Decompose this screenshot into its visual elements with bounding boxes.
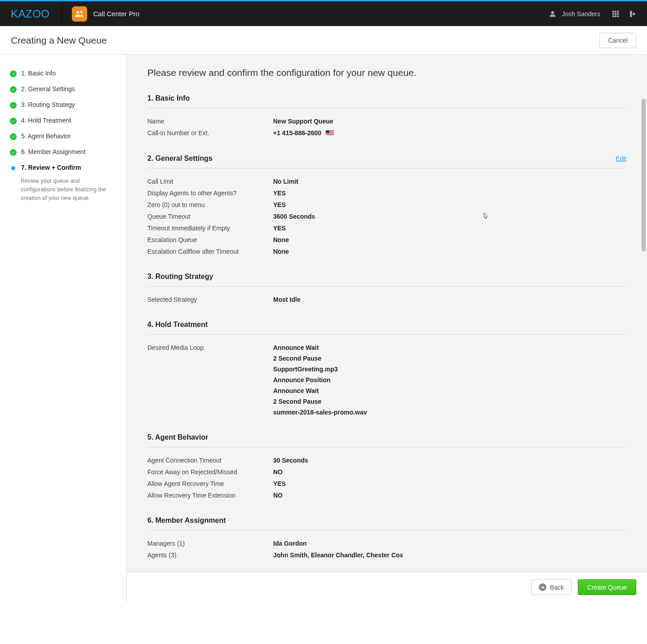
section-title: 5. Agent Behavior: [147, 433, 208, 441]
people-icon: [75, 9, 84, 19]
brand-logo[interactable]: KAZOO: [11, 8, 50, 20]
section-body-routing-strategy: Selected StrategyMost Idle: [147, 287, 626, 316]
step-label: 7. Review + Confirm: [21, 164, 81, 171]
section-title: 1. Basic Info: [147, 94, 190, 102]
kv-value: None: [273, 248, 289, 255]
kv-label: Queue Timeout: [147, 213, 273, 220]
kv-label: Desired Media Loop: [147, 344, 273, 351]
scrollbar-thumb[interactable]: [642, 99, 646, 251]
section-body-general-settings: Call LimitNo LimitDisplay Agents to othe…: [147, 168, 626, 268]
svg-rect-2: [617, 11, 619, 12]
svg-rect-14: [326, 134, 334, 135]
media-loop-item: Announce Wait: [273, 387, 367, 394]
kv-row: Selected StrategyMost Idle: [147, 294, 626, 305]
section-title: 4. Hold Treatment: [147, 321, 208, 329]
kv-value: YES: [273, 201, 286, 208]
step-label: 5. Agent Behavior: [21, 132, 71, 140]
check-circle-icon: [10, 71, 17, 77]
kv-row: Allow Recovery Time ExtensionNO: [147, 490, 626, 501]
kv-value: NO: [273, 492, 283, 499]
svg-rect-5: [617, 13, 619, 14]
check-circle-icon: [10, 118, 17, 124]
svg-rect-1: [615, 11, 616, 12]
app-icon[interactable]: [72, 6, 87, 22]
kv-row: Allow Agent Recovery TimeYES: [147, 478, 626, 490]
kv-label: Call Limit: [147, 178, 273, 185]
step-label: 4. Hold Treatment: [21, 117, 71, 124]
app-name: Call Center Pro: [93, 10, 140, 18]
sidebar-step[interactable]: 2. General Settings: [10, 81, 119, 97]
section-title: 6. Member Assignment: [147, 516, 226, 525]
check-circle-icon: [10, 149, 17, 156]
user-icon: [548, 9, 557, 18]
kv-value: None: [273, 236, 289, 243]
sidebar-step[interactable]: 6. Member Assignment: [10, 144, 119, 160]
kv-row: Agent Connection Timeout30 Seconds: [147, 454, 626, 466]
kv-value: Ida Gordon: [273, 540, 307, 547]
sidebar-step[interactable]: 5. Agent Behavior: [10, 128, 119, 144]
kv-value: No Limit: [273, 178, 298, 185]
app-header: KAZOO Call Center Pro Josh Sanders: [0, 1, 647, 26]
kv-row: Timeout Immediately if EmptyYES: [147, 222, 626, 234]
check-circle-icon: [10, 133, 17, 140]
media-loop-list: Announce Wait2 Second PauseSupportGreeti…: [273, 344, 367, 416]
kv-row: Escalation Callflow after TimeoutNone: [147, 246, 626, 257]
user-menu[interactable]: Josh Sanders: [548, 9, 600, 18]
kv-label: Allow Agent Recovery Time: [147, 480, 273, 487]
back-button[interactable]: Back: [531, 579, 572, 595]
kv-value: 30 Seconds: [273, 457, 308, 464]
kv-label: Selected Strategy: [147, 296, 273, 303]
svg-rect-3: [612, 13, 614, 14]
kv-label: Timeout Immediately if Empty: [147, 225, 273, 232]
sidebar-step[interactable]: 4. Hold Treatment: [10, 113, 119, 128]
kv-label: Force Away on Rejected/Missed: [147, 468, 273, 476]
kv-row: Agents (3)John Smith, Eleanor Chandler, …: [147, 549, 626, 561]
steps-sidebar: 1. Basic Info2. General Settings3. Routi…: [0, 55, 127, 602]
kv-value: YES: [273, 480, 286, 487]
kv-value: Most Idle: [273, 296, 301, 303]
kv-label: Name: [147, 118, 273, 125]
main-content: Please review and confirm the configurat…: [127, 55, 647, 602]
svg-rect-6: [612, 15, 614, 17]
page-title: Creating a New Queue: [11, 35, 107, 46]
media-loop-item: summer-2018-sales-promo.wav: [273, 409, 367, 416]
kv-row: Display Agents to other Agents?YES: [147, 187, 626, 199]
check-circle-icon: [10, 102, 17, 109]
section-body-hold-treatment: Desired Media Loop Announce Wait2 Second…: [147, 335, 626, 429]
svg-rect-13: [326, 133, 334, 134]
current-step-dot-icon: [11, 166, 15, 170]
kv-value: 3600 Seconds: [273, 213, 315, 220]
media-loop-item: Announce Position: [273, 376, 367, 384]
kv-value: New Support Queue: [273, 118, 333, 125]
edit-link-general-settings[interactable]: Edit: [616, 155, 626, 162]
svg-rect-4: [615, 13, 616, 14]
header-divider: [62, 1, 62, 26]
sidebar-step[interactable]: 7. Review + Confirm: [10, 160, 119, 175]
media-loop-item: Announce Wait: [273, 344, 367, 351]
kv-label: Zero (0) out to menu: [147, 201, 273, 208]
user-name: Josh Sanders: [562, 10, 600, 18]
kv-row: Managers (1)Ida Gordon: [147, 538, 626, 549]
kv-row: Zero (0) out to menuYES: [147, 199, 626, 211]
section-body-agent-behavior: Agent Connection Timeout30 SecondsForce …: [147, 447, 626, 512]
step-label: 6. Member Assignment: [21, 148, 85, 155]
sidebar-step[interactable]: 1. Basic Info: [10, 66, 119, 81]
kv-value: +1 415-886-2600: [273, 129, 334, 137]
logout-icon[interactable]: [628, 9, 637, 18]
section-header-member-assignment: 6. Member Assignment: [147, 512, 626, 530]
back-button-label: Back: [550, 584, 564, 591]
page-bar: Creating a New Queue Cancel: [0, 26, 647, 55]
current-step-description: Review your queue and configurations bef…: [21, 177, 115, 202]
media-loop-item: 2 Second Pause: [273, 398, 367, 405]
svg-rect-16: [326, 130, 329, 133]
section-title: 2. General Settings: [147, 154, 213, 163]
create-queue-button[interactable]: Create Queue: [578, 579, 636, 595]
sidebar-step[interactable]: 3. Routing Strategy: [10, 97, 119, 113]
phone-number: +1 415-886-2600: [273, 129, 321, 137]
media-loop-item: 2 Second Pause: [273, 355, 367, 362]
kv-value: YES: [273, 190, 286, 197]
apps-grid-icon[interactable]: [611, 9, 620, 18]
section-body-basic-info: Name New Support Queue Call-in Number or…: [147, 108, 626, 150]
cancel-button[interactable]: Cancel: [599, 33, 636, 48]
kv-row: Escalation QueueNone: [147, 234, 626, 246]
